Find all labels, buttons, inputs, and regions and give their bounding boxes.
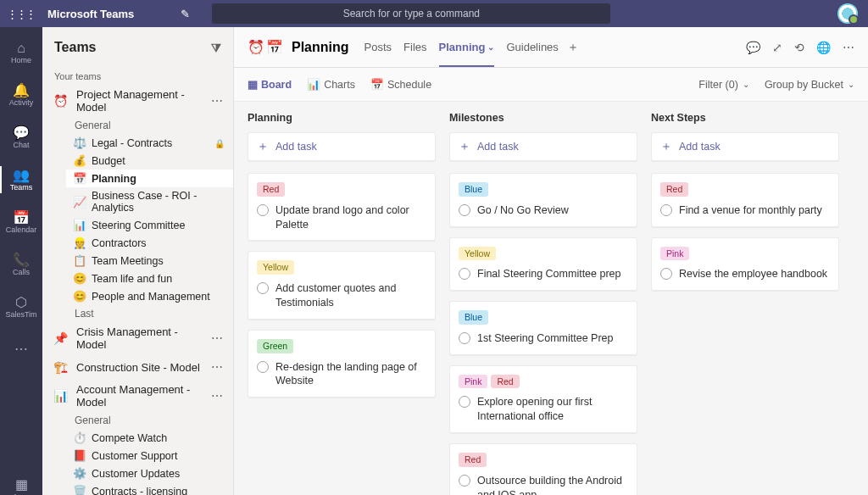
channel-name: Steering Committee: [92, 220, 185, 231]
tab-files[interactable]: Files: [403, 27, 426, 67]
complete-checkbox[interactable]: [257, 361, 269, 373]
team-name: Construction Site - Model: [76, 361, 203, 374]
tag-red: Red: [660, 182, 688, 197]
rail-item-salestim[interactable]: ⬡SalesTim: [0, 286, 42, 327]
complete-checkbox[interactable]: [660, 268, 672, 280]
filter-control[interactable]: Filter (0)⌄: [698, 79, 749, 91]
bucket: Planning＋Add taskRed Update brand logo a…: [248, 112, 436, 408]
team-more-icon[interactable]: [209, 360, 225, 374]
task-title: 1st Steering Committee Prep: [477, 331, 614, 346]
team-more-icon[interactable]: [209, 331, 225, 345]
rail-item-home[interactable]: ⌂Home: [0, 32, 42, 73]
channel-item[interactable]: 📈 Business Case - ROI - Analytics: [66, 187, 233, 216]
add-task-button[interactable]: ＋Add task: [248, 132, 436, 161]
channel-name: Contracts - licensing: [92, 486, 187, 496]
task-card[interactable]: Blue 1st Steering Committee Prep: [449, 301, 637, 355]
task-title: Find a venue for monthly party: [679, 203, 822, 218]
complete-checkbox[interactable]: [459, 204, 470, 216]
team-more-icon[interactable]: [209, 94, 225, 108]
chevron-down-icon: ⌄: [487, 42, 494, 52]
channel-item[interactable]: 📕 Customer Support: [66, 447, 233, 464]
channel-icon: 📊: [73, 219, 86, 231]
channel-icon: 🗑️: [73, 485, 86, 495]
channel-name: Customer Updates: [92, 468, 180, 480]
channel-item[interactable]: 🗑️ Contracts - licensing: [66, 482, 233, 495]
team-row[interactable]: 🏗️ Construction Site - Model: [42, 354, 233, 380]
reply-icon[interactable]: 💬: [746, 41, 760, 54]
view-icon: 📊: [307, 78, 320, 91]
complete-checkbox[interactable]: [459, 475, 470, 487]
rail-item-activity[interactable]: 🔔Activity: [0, 75, 42, 115]
view-board[interactable]: ▦Board: [248, 78, 292, 91]
team-row[interactable]: ⏰ Project Management - Model: [42, 85, 233, 117]
view-charts[interactable]: 📊Charts: [307, 78, 355, 91]
add-task-button[interactable]: ＋Add task: [449, 132, 637, 161]
complete-checkbox[interactable]: [459, 396, 470, 408]
task-title: Outsource building the Android and IOS a…: [477, 474, 628, 495]
task-card[interactable]: Red Update brand logo and color Palette: [248, 173, 436, 241]
task-card[interactable]: Green Re-design the landing page of Webs…: [248, 330, 436, 398]
channel-item[interactable]: ⚖️ Legal - Contracts: [66, 134, 233, 152]
channel-icon: 📋: [73, 254, 86, 267]
task-card[interactable]: Red Outsource building the Android and I…: [449, 443, 637, 495]
channel-item[interactable]: 😊 People and Management: [66, 287, 233, 305]
tab-planning[interactable]: Planning⌄: [439, 27, 495, 67]
task-card[interactable]: Yellow Final Steering Committee prep: [449, 237, 637, 292]
channel-icon: ⏱️: [73, 431, 86, 444]
add-task-button[interactable]: ＋Add task: [651, 132, 839, 161]
complete-checkbox[interactable]: [257, 282, 269, 294]
channel-name: Compete Watch: [92, 432, 167, 444]
complete-checkbox[interactable]: [459, 332, 470, 344]
team-more-icon[interactable]: [209, 389, 225, 403]
task-title: Re-design the landing page of Website: [275, 360, 426, 389]
tab-guidelines[interactable]: Guidelines: [506, 27, 558, 67]
channel-item[interactable]: 📊 Steering Committee: [66, 216, 233, 234]
team-row[interactable]: 📌 Crisis Management - Model: [42, 322, 233, 354]
task-card[interactable]: Red Find a venue for monthly party: [651, 173, 839, 227]
rail-item-apps[interactable]: ▦Apps: [0, 469, 42, 495]
rail-item-calls[interactable]: 📞Calls: [0, 244, 42, 285]
expand-icon[interactable]: ⤢: [772, 41, 782, 54]
app-launcher-icon[interactable]: [7, 8, 34, 20]
channel-icon: 😊: [73, 290, 86, 303]
filter-icon[interactable]: [211, 41, 221, 55]
add-tab-button[interactable]: ＋: [567, 40, 579, 55]
complete-checkbox[interactable]: [257, 204, 269, 216]
plus-icon: ＋: [257, 139, 269, 154]
bucket: Next Steps＋Add taskRed Find a venue for …: [651, 112, 839, 301]
view-schedule[interactable]: 📅Schedule: [370, 78, 431, 91]
channel-item[interactable]: 📋 Team Meetings: [66, 252, 233, 270]
compose-icon[interactable]: [175, 3, 195, 24]
avatar[interactable]: [837, 3, 858, 24]
rail-item-calendar[interactable]: 📅Calendar: [0, 202, 42, 242]
refresh-icon[interactable]: ⟲: [794, 41, 804, 54]
task-title: Add customer quotes and Testimonials: [275, 281, 426, 310]
complete-checkbox[interactable]: [660, 204, 672, 216]
channel-item[interactable]: ⚙️ Customer Updates: [66, 464, 233, 482]
group-by-control[interactable]: Group by Bucket⌄: [765, 79, 854, 91]
channel-item[interactable]: 😊 Team life and fun: [66, 270, 233, 287]
task-card[interactable]: PinkRed Explore opening our first Intern…: [449, 365, 637, 433]
search-input[interactable]: Search for or type a command: [212, 3, 610, 24]
team-row[interactable]: 📊 Account Management - Model: [42, 380, 233, 412]
rail-item-teams[interactable]: 👥Teams: [0, 159, 42, 200]
task-card[interactable]: Blue Go / No Go Review: [449, 173, 637, 227]
task-card[interactable]: Pink Revise the employee handbook: [651, 237, 839, 292]
complete-checkbox[interactable]: [459, 268, 470, 280]
channel-name: Planning: [92, 173, 136, 185]
channel-item[interactable]: ⏱️ Compete Watch: [66, 429, 233, 447]
rail-item-more[interactable]: ⋯: [0, 329, 42, 370]
rail-item-chat[interactable]: 💬Chat: [0, 117, 42, 158]
channel-item[interactable]: 📅 Planning: [66, 170, 233, 187]
plus-icon: ＋: [459, 139, 470, 154]
board: Planning＋Add taskRed Update brand logo a…: [234, 102, 868, 495]
tag-blue: Blue: [459, 182, 488, 197]
channel-item[interactable]: 👷 Contractors: [66, 234, 233, 252]
channel-item[interactable]: 💰 Budget: [66, 152, 233, 170]
task-card[interactable]: Yellow Add customer quotes and Testimoni…: [248, 251, 436, 319]
globe-icon[interactable]: 🌐: [816, 41, 831, 54]
more-icon[interactable]: [843, 41, 854, 54]
tab-posts[interactable]: Posts: [364, 27, 392, 67]
channel-header: ⏰📅 Planning PostsFilesPlanning⌄Guideline…: [234, 27, 868, 68]
teams-sidebar: Teams Your teams ⏰ Project Management - …: [42, 27, 234, 495]
